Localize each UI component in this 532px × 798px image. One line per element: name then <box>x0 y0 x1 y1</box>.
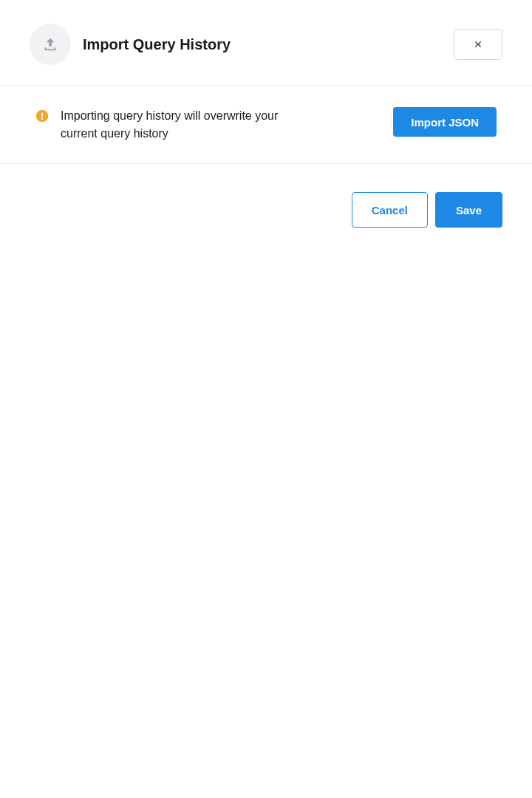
page-title: Import Query History <box>83 36 231 53</box>
cancel-button[interactable]: Cancel <box>352 192 428 228</box>
svg-point-2 <box>41 118 43 120</box>
close-button[interactable] <box>454 29 502 60</box>
warning-icon <box>35 109 49 123</box>
svg-rect-1 <box>41 112 43 117</box>
upload-icon <box>42 36 58 52</box>
import-json-button[interactable]: Import JSON <box>393 107 497 137</box>
warning-message: Importing query history will overwrite y… <box>61 107 301 143</box>
import-warning-row: Importing query history will overwrite y… <box>0 86 532 164</box>
warning-block: Importing query history will overwrite y… <box>35 107 301 143</box>
dialog-header: Import Query History <box>0 0 532 86</box>
dialog-footer: Cancel Save <box>0 164 532 256</box>
save-button[interactable]: Save <box>435 192 502 228</box>
upload-icon-container <box>30 24 71 65</box>
close-icon <box>473 39 483 50</box>
header-left-group: Import Query History <box>30 24 231 65</box>
